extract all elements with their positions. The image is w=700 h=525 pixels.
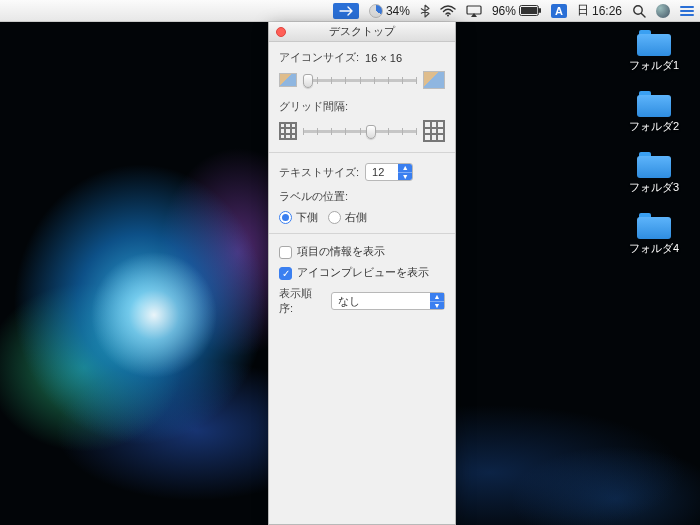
divider <box>269 152 455 153</box>
menubar-day: 日 <box>577 2 589 19</box>
folder-icon <box>637 152 671 178</box>
input-source-badge: A <box>551 4 567 18</box>
svg-rect-1 <box>467 6 481 14</box>
menubar-input-source[interactable]: A <box>551 4 567 18</box>
menubar-app-icon[interactable] <box>333 3 359 19</box>
large-image-icon <box>423 71 445 89</box>
grid-large-icon <box>423 120 445 142</box>
icon-size-slider-row <box>279 71 445 89</box>
battery-icon <box>519 5 541 16</box>
bluetooth-icon <box>420 4 430 18</box>
menubar-notification-center[interactable] <box>680 6 694 16</box>
folder-label: フォルダ1 <box>629 58 679 73</box>
sort-label: 表示順序: <box>279 286 325 316</box>
show-info-label: 項目の情報を表示 <box>297 245 385 257</box>
menubar-spotlight[interactable] <box>632 4 646 18</box>
menubar-battery[interactable]: 96% <box>492 4 541 18</box>
text-size-value: 12 <box>366 164 398 180</box>
desktop-folder[interactable]: フォルダ1 <box>622 30 686 73</box>
grid-spacing-slider-row <box>279 120 445 142</box>
folder-icon <box>637 213 671 239</box>
menubar-time: 16:26 <box>592 4 622 18</box>
desktop-icons-area: フォルダ1 フォルダ2 フォルダ3 フォルダ4 <box>622 30 686 256</box>
cpu-percent-text: 34% <box>386 4 410 18</box>
text-size-stepper[interactable]: 12 ▲▼ <box>365 163 413 181</box>
menubar-wifi[interactable] <box>440 5 456 17</box>
label-position-radios: 下側 右側 <box>279 210 445 225</box>
show-preview-label: アイコンプレビューを表示 <box>297 266 429 278</box>
avatar-icon <box>656 4 670 18</box>
svg-line-6 <box>641 13 645 17</box>
folder-label: フォルダ4 <box>629 241 679 256</box>
view-options-panel: デスクトップ アイコンサイズ: 16 × 16 グリッド間隔: <box>268 22 456 525</box>
desktop-folder[interactable]: フォルダ2 <box>622 91 686 134</box>
folder-label: フォルダ3 <box>629 180 679 195</box>
menu-bar: 34% 96% A 日 16:26 <box>0 0 700 22</box>
checkbox-unchecked-icon <box>279 246 292 259</box>
desktop-folder[interactable]: フォルダ4 <box>622 213 686 256</box>
sort-select[interactable]: なし ▲▼ <box>331 292 445 310</box>
radio-bottom[interactable]: 下側 <box>279 210 318 225</box>
show-preview-row[interactable]: ✓アイコンプレビューを表示 <box>279 265 445 280</box>
sort-value: なし <box>332 293 430 309</box>
battery-percent-text: 96% <box>492 4 516 18</box>
small-image-icon <box>279 73 297 87</box>
svg-rect-4 <box>539 8 541 13</box>
airplay-icon <box>466 5 482 17</box>
menubar-cpu-monitor[interactable]: 34% <box>369 4 410 18</box>
menubar-bluetooth[interactable] <box>420 4 430 18</box>
menubar-airplay[interactable] <box>466 5 482 17</box>
label-position-label: ラベルの位置: <box>279 190 348 202</box>
checkbox-checked-icon: ✓ <box>279 267 292 280</box>
close-button[interactable] <box>276 27 286 37</box>
show-info-row[interactable]: 項目の情報を表示 <box>279 244 445 259</box>
radio-right[interactable]: 右側 <box>328 210 367 225</box>
panel-title: デスクトップ <box>329 24 395 39</box>
grid-small-icon <box>279 122 297 140</box>
divider <box>269 233 455 234</box>
folder-icon <box>637 30 671 56</box>
search-icon <box>632 4 646 18</box>
folder-icon <box>637 91 671 117</box>
text-size-label: テキストサイズ: <box>279 165 359 180</box>
pie-chart-icon <box>369 4 383 18</box>
list-icon <box>680 6 694 16</box>
panel-titlebar[interactable]: デスクトップ <box>269 22 455 42</box>
folder-label: フォルダ2 <box>629 119 679 134</box>
svg-rect-3 <box>521 7 537 14</box>
menubar-clock[interactable]: 日 16:26 <box>577 2 622 19</box>
wifi-icon <box>440 5 456 17</box>
icon-size-label: アイコンサイズ: <box>279 50 359 65</box>
desktop-folder[interactable]: フォルダ3 <box>622 152 686 195</box>
icon-size-value: 16 × 16 <box>365 52 402 64</box>
svg-point-0 <box>447 14 449 16</box>
grid-spacing-label: グリッド間隔: <box>279 100 348 112</box>
grid-spacing-slider[interactable] <box>303 124 417 138</box>
menubar-user-avatar[interactable] <box>656 4 670 18</box>
icon-size-slider[interactable] <box>303 73 417 87</box>
